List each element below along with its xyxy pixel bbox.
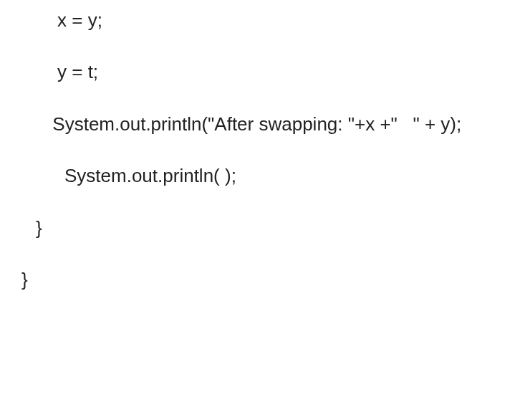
code-line-println-after-swapping: System.out.println("After swapping: "+x … xyxy=(21,111,494,137)
code-line-assign-y: y = t; xyxy=(21,59,494,85)
code-line-close-brace-outer: } xyxy=(21,267,494,292)
code-line-close-brace-inner: } xyxy=(21,215,494,241)
code-line-assign-x: x = y; xyxy=(21,7,494,33)
code-block: x = y; y = t; System.out.println("After … xyxy=(0,0,515,325)
code-line-println-empty: System.out.println( ); xyxy=(21,163,494,188)
